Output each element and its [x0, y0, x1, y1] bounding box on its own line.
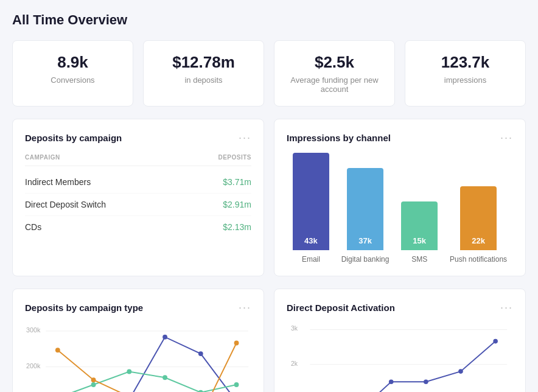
deposits-type-svg: 300k 200k 100k 0 Jan Feb Mar Apr May Jun — [25, 324, 251, 392]
stat-card-conversions: 8.9k Conversions — [12, 40, 133, 107]
campaign-table: CAMPAIGN DEPOSITS Indirect Members $3.71… — [25, 154, 251, 238]
bar-label: Push notifications — [450, 255, 507, 264]
col-deposits: DEPOSITS — [218, 154, 251, 161]
dda-title: Direct Deposit Activation — [287, 303, 395, 313]
impressions-menu[interactable]: ··· — [500, 131, 513, 144]
bar-chart: 43kEmail37kDigital banking15kSMS22kPush … — [287, 154, 513, 264]
stat-value-impressions: 123.7k — [417, 53, 513, 72]
svg-point-51 — [493, 339, 498, 344]
svg-text:200k: 200k — [26, 362, 41, 369]
svg-point-22 — [127, 369, 131, 374]
deposits-type-title: Deposits by campaign type — [25, 303, 143, 313]
svg-point-26 — [55, 348, 60, 352]
deposits-type-header: Deposits by campaign type ··· — [25, 301, 251, 314]
svg-point-50 — [458, 369, 463, 374]
bar-label: Email — [302, 255, 320, 264]
table-row: CDs $2.13m — [25, 216, 251, 238]
svg-point-25 — [234, 382, 239, 387]
impressions-by-channel-card: Impressions by channel ··· 43kEmail37kDi… — [274, 119, 526, 276]
direct-deposit-activation-card: Direct Deposit Activation ··· 3k 2k 1k 0… — [274, 289, 526, 392]
deposits-by-campaign-card: Deposits by campaign ··· CAMPAIGN DEPOSI… — [12, 119, 264, 276]
deposits-campaign-title: Deposits by campaign — [25, 133, 122, 143]
svg-point-49 — [424, 379, 428, 384]
stat-label-avg-funding: Average funding per new account — [287, 75, 382, 94]
bar-group: 22kPush notifications — [450, 186, 507, 264]
stat-label-deposits: in deposits — [156, 75, 251, 85]
bar-group: 43kEmail — [293, 153, 329, 264]
bar-digital-banking: 37k — [347, 168, 383, 250]
page-title: All Time Overview — [12, 12, 526, 28]
deposits-type-chart: 300k 200k 100k 0 Jan Feb Mar Apr May Jun — [25, 324, 251, 392]
bar-email: 43k — [293, 153, 329, 250]
deposits-campaign-menu[interactable]: ··· — [239, 131, 251, 144]
col-campaign: CAMPAIGN — [25, 154, 60, 161]
impressions-header: Impressions by channel ··· — [287, 131, 513, 144]
svg-point-21 — [91, 382, 96, 387]
table-row: Direct Deposit Switch $2.91m — [25, 194, 251, 216]
deposits-campaign-type-card: Deposits by campaign type ··· 300k 200k … — [12, 289, 264, 392]
campaign-amount-1: $2.91m — [223, 200, 251, 209]
bar-push-notifications: 22k — [460, 186, 497, 250]
stat-value-deposits: $12.78m — [156, 53, 251, 72]
campaign-name-1: Direct Deposit Switch — [25, 200, 106, 209]
svg-point-23 — [162, 375, 167, 380]
table-row: Indirect Members $3.71m — [25, 171, 251, 194]
campaign-amount-0: $3.71m — [223, 177, 251, 187]
stat-value-avg-funding: $2.5k — [287, 53, 382, 72]
campaign-name-2: CDs — [25, 222, 41, 232]
stat-label-conversions: Conversions — [25, 75, 121, 85]
bar-group: 15kSMS — [401, 201, 438, 264]
bar-label: Digital banking — [341, 255, 390, 264]
svg-text:2k: 2k — [291, 360, 298, 367]
table-header: CAMPAIGN DEPOSITS — [25, 154, 251, 166]
impressions-title: Impressions by channel — [287, 133, 391, 143]
dda-chart: 3k 2k 1k 0 Jan Feb Mar Apr May Jun — [287, 324, 513, 392]
dda-header: Direct Deposit Activation ··· — [287, 301, 513, 314]
stat-card-impressions: 123.7k impressions — [405, 40, 526, 107]
stat-label-impressions: impressions — [417, 75, 513, 85]
bar-sms: 15k — [401, 201, 438, 250]
campaign-amount-2: $2.13m — [223, 222, 251, 232]
bar-label: SMS — [411, 255, 427, 264]
charts-row-1: Deposits by campaign ··· CAMPAIGN DEPOSI… — [12, 119, 526, 276]
stats-row: 8.9k Conversions $12.78m in deposits $2.… — [12, 40, 526, 107]
svg-text:300k: 300k — [26, 326, 41, 334]
svg-point-48 — [389, 379, 394, 384]
svg-text:3k: 3k — [291, 325, 298, 332]
deposits-header: Deposits by campaign ··· — [25, 131, 251, 144]
charts-row-2: Deposits by campaign type ··· 300k 200k … — [12, 289, 526, 392]
bar-group: 37kDigital banking — [341, 168, 390, 264]
svg-point-27 — [91, 377, 96, 382]
svg-point-17 — [162, 335, 167, 340]
deposits-type-menu[interactable]: ··· — [239, 301, 251, 314]
svg-point-18 — [198, 351, 203, 356]
stat-card-deposits: $12.78m in deposits — [143, 40, 264, 107]
stat-card-avg-funding: $2.5k Average funding per new account — [274, 40, 395, 107]
campaign-name-0: Indirect Members — [25, 177, 91, 187]
dda-svg: 3k 2k 1k 0 Jan Feb Mar Apr May Jun — [287, 324, 513, 392]
svg-point-31 — [234, 341, 239, 346]
dda-menu[interactable]: ··· — [500, 301, 513, 314]
stat-value-conversions: 8.9k — [25, 53, 121, 72]
